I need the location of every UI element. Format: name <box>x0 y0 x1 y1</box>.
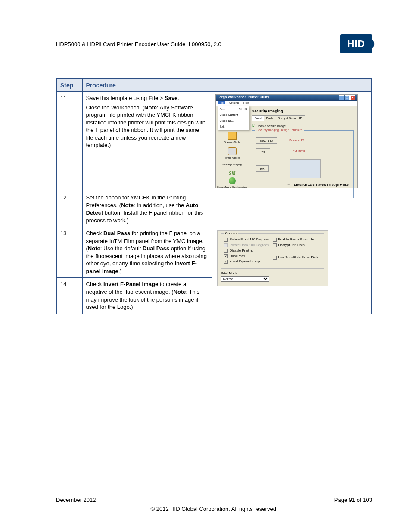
window-controls: _□× <box>339 95 355 100</box>
opt-invert-fpanel[interactable]: Invert F-panel Image <box>224 259 273 264</box>
menu-save[interactable]: SaveCtrl+S <box>218 106 249 112</box>
secure-id-label: Secure ID <box>289 138 305 143</box>
drawing-tools-icon[interactable] <box>228 132 237 140</box>
menu-help[interactable]: Help <box>243 101 249 104</box>
step-13-text: Check Dual Pass for printing the F panel… <box>82 227 212 278</box>
opt-encrypt-job[interactable]: Encrypt Job Data <box>273 243 321 248</box>
tab-front[interactable]: Front <box>252 115 264 121</box>
close-icon[interactable]: × <box>350 95 355 100</box>
step-13-num: 13 <box>56 227 82 278</box>
options-panel: Options Rotate Front 180 Degrees Rotate … <box>217 230 328 286</box>
text-item-label: Text Item <box>291 149 305 154</box>
opt-rotate-back: Rotate Back 180 Degrees <box>224 243 273 248</box>
menu-actions[interactable]: Actions <box>229 101 239 104</box>
security-imaging-label: Security Imaging <box>216 163 249 166</box>
minimize-icon[interactable]: _ <box>339 95 344 100</box>
step-14-text: Check Invert F-Panel Image to create a n… <box>82 278 212 314</box>
opt-rotate-front[interactable]: Rotate Front 180 Degrees <box>224 237 273 242</box>
opt-substitute-panel[interactable]: Use Substitute Panel Data <box>273 255 321 260</box>
main-panel: Security Imaging FrontBackDecrypt Secure… <box>249 106 357 188</box>
opt-dual-pass[interactable]: Dual Pass <box>224 254 273 259</box>
opt-resin-scramble[interactable]: Enable Resin Scramble <box>273 237 321 242</box>
printer-access-icon[interactable] <box>228 147 237 155</box>
securemark-config-label: SecureMark Configuration <box>216 185 249 189</box>
securemark-icon[interactable]: SM <box>228 170 237 177</box>
tab-back[interactable]: Back <box>264 115 276 121</box>
maximize-icon[interactable]: □ <box>345 95 350 100</box>
th-step: Step <box>56 79 82 92</box>
page-header: HDP5000 & HDPii Card Printer Encoder Use… <box>56 34 372 53</box>
design-template-fieldset: Security Imaging Design Template Secure … <box>252 130 354 198</box>
footer-page: Page 91 of 103 <box>334 497 372 503</box>
printer-access-label: Printer Access <box>216 156 249 159</box>
page-footer: December 2012 Page 91 of 103 © 2012 HID … <box>56 497 372 512</box>
menu-close-current[interactable]: Close Current <box>218 112 249 118</box>
workbench-title: Fargo Workbench Printer Utility <box>218 95 269 100</box>
panel-title: Security Imaging <box>252 109 354 114</box>
workbench-window: Fargo Workbench Printer Utility _□× File… <box>215 94 358 188</box>
menu-close-all[interactable]: Close all… <box>218 118 249 124</box>
secure-id-button[interactable]: Secure ID <box>256 137 277 144</box>
fieldset-legend: Security Imaging Design Template <box>255 128 304 132</box>
step-12-text: Set the ribbon for YMCFK in the Printing… <box>82 191 212 227</box>
footer-date: December 2012 <box>56 497 96 503</box>
logo-button[interactable]: Logo <box>256 148 271 155</box>
file-menu-dropdown: SaveCtrl+S Close Current Close all… Exit <box>218 106 249 130</box>
card-preview <box>290 159 321 178</box>
doc-title: HDP5000 & HDPii Card Printer Encoder Use… <box>56 41 221 47</box>
step-13-14-screenshot-cell: Options Rotate Front 180 Degrees Rotate … <box>212 227 372 314</box>
tabs: FrontBackDecrypt Secure ID <box>252 115 354 121</box>
th-procedure: Procedure <box>82 79 372 92</box>
print-mode-label: Print Mode <box>221 271 324 276</box>
workbench-titlebar: Fargo Workbench Printer Utility _□× <box>216 95 357 101</box>
drawing-tools-label: Drawing Tools <box>216 140 249 144</box>
procedure-table: Step Procedure 11 Save this template usi… <box>56 78 372 314</box>
hid-logo: HID <box>340 34 372 53</box>
direction-arrow-note: ←— Direction Card Travels Through Printe… <box>256 183 350 187</box>
print-mode-select[interactable]: Normal <box>221 276 269 282</box>
securemark-circle-icon[interactable] <box>229 177 236 184</box>
step-11-text: Save this template using File > Save. Cl… <box>82 92 212 191</box>
text-button[interactable]: Text <box>256 165 269 172</box>
step-11-screenshot-cell: Fargo Workbench Printer Utility _□× File… <box>212 92 372 191</box>
opt-disable-printing[interactable]: Disable Printing <box>224 249 273 253</box>
tab-decrypt[interactable]: Decrypt Secure ID <box>275 115 305 121</box>
menu-exit[interactable]: Exit <box>218 124 249 129</box>
step-12-num: 12 <box>56 191 82 227</box>
menubar: File Actions Help <box>216 101 357 106</box>
options-fieldset: Options Rotate Front 180 Degrees Rotate … <box>221 233 324 269</box>
step-14-num: 14 <box>56 278 82 314</box>
step-11-num: 11 <box>56 92 82 191</box>
footer-copyright: © 2012 HID Global Corporation. All right… <box>56 506 372 512</box>
menu-file[interactable]: File <box>218 101 225 104</box>
options-legend: Options <box>224 231 239 236</box>
